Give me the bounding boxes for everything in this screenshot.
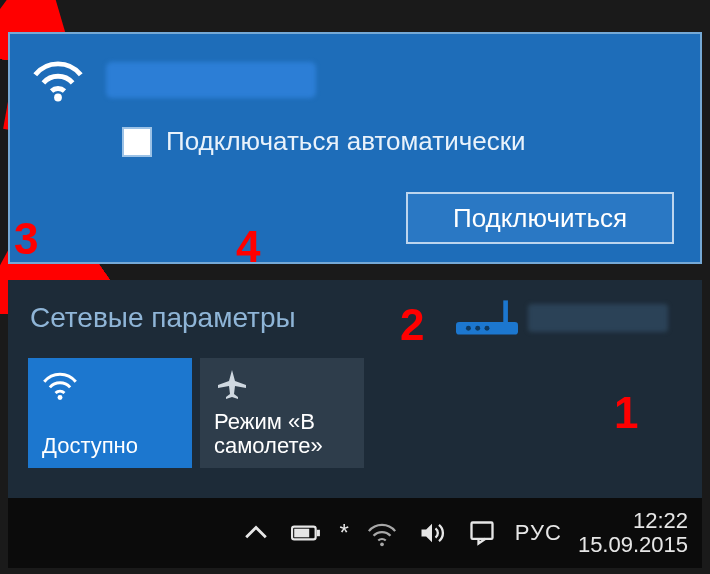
connect-button[interactable]: Подключиться: [406, 192, 674, 244]
language-indicator[interactable]: РУС: [515, 520, 562, 546]
annotation-number-2: 2: [400, 300, 424, 350]
airplane-icon: [214, 368, 350, 404]
annotation-number-1: 1: [614, 388, 638, 438]
wifi-tile-label: Доступно: [42, 434, 178, 458]
network-settings-title[interactable]: Сетевые параметры: [30, 302, 296, 334]
svg-point-0: [54, 94, 62, 102]
connect-button-label: Подключиться: [453, 203, 627, 234]
taskbar: * РУС 12:22 15.09.2015: [8, 498, 702, 568]
router-icon: [456, 300, 518, 342]
action-center-icon[interactable]: [465, 516, 499, 550]
svg-point-14: [380, 542, 384, 546]
annotation-number-3: 3: [14, 214, 38, 264]
airplane-mode-tile[interactable]: Режим «В самолете»: [200, 358, 364, 468]
wifi-tray-icon[interactable]: [365, 516, 399, 550]
airplane-tile-label: Режим «В самолете»: [214, 410, 350, 458]
chevron-up-icon[interactable]: [239, 516, 273, 550]
auto-connect-label: Подключаться автоматически: [166, 126, 526, 157]
router-name: [528, 304, 668, 332]
svg-rect-15: [471, 523, 492, 539]
wifi-icon: [42, 368, 178, 404]
auto-connect-checkbox[interactable]: [122, 127, 152, 157]
wifi-icon: [32, 54, 84, 106]
svg-point-10: [58, 395, 63, 400]
annotation-number-4: 4: [236, 222, 260, 272]
asterisk-icon: *: [339, 519, 348, 547]
svg-rect-13: [295, 529, 310, 538]
svg-point-6: [466, 326, 471, 331]
speaker-icon[interactable]: [415, 516, 449, 550]
wifi-connect-panel: Подключаться автоматически Подключиться: [8, 32, 702, 264]
battery-icon[interactable]: [289, 516, 323, 550]
clock-time: 12:22: [578, 509, 688, 533]
svg-point-7: [475, 326, 480, 331]
wifi-network-name[interactable]: [106, 62, 316, 98]
clock-date: 15.09.2015: [578, 533, 688, 557]
svg-rect-12: [317, 530, 320, 536]
wifi-tile[interactable]: Доступно: [28, 358, 192, 468]
svg-point-8: [485, 326, 490, 331]
clock[interactable]: 12:22 15.09.2015: [578, 509, 688, 557]
network-flyout-bottom: Сетевые параметры Доступно Режим «В само…: [8, 280, 702, 568]
